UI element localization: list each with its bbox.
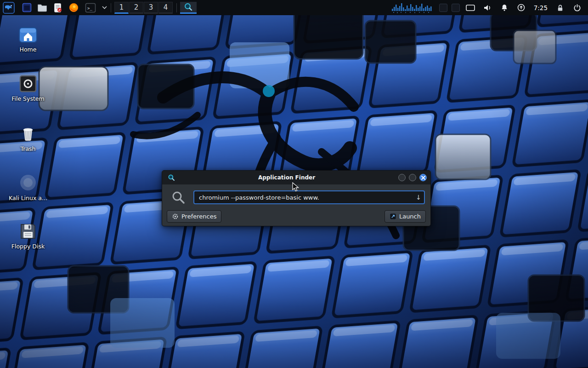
kali-menu-icon [3, 2, 15, 14]
desktop-root: Home File System Trash Kali Linux a [0, 0, 588, 368]
power-icon [573, 4, 581, 12]
close-button[interactable] [419, 174, 427, 181]
application-finder-window: Application Finder ↓ [162, 170, 431, 226]
taskbar-application-finder[interactable] [180, 2, 197, 14]
launcher-terminal[interactable]: >_ [83, 2, 98, 14]
clock[interactable]: 7:25 [532, 4, 549, 12]
volume-indicator[interactable] [481, 2, 494, 14]
kali-docs-icon [19, 173, 37, 192]
finder-search-row: ↓ [162, 190, 430, 204]
close-icon [421, 176, 425, 180]
folder-icon [37, 3, 47, 12]
drive-icon [19, 75, 37, 92]
finder-button-row: Preferences Launch [162, 210, 430, 223]
terminal-dropdown-button[interactable] [101, 2, 107, 14]
desktop-icon-file-system[interactable]: File System [3, 75, 53, 102]
notifications-indicator[interactable] [498, 2, 511, 14]
workspace-button-2[interactable]: 2 [129, 2, 143, 14]
launch-button[interactable]: Launch [384, 210, 426, 223]
trash-icon [19, 124, 37, 143]
terminal-icon: >_ [85, 3, 96, 13]
gear-icon [172, 213, 179, 220]
panel-separator [111, 3, 111, 12]
audio-spectrum-widget [391, 2, 435, 14]
launcher-file-manager[interactable] [36, 2, 49, 14]
refresh-circle-icon [517, 4, 525, 12]
panel-separator [176, 3, 177, 12]
window-controls [398, 174, 427, 181]
desktop-icon-label: Home [3, 46, 53, 53]
launch-icon [390, 213, 396, 220]
screen-lock-indicator[interactable] [554, 2, 566, 14]
workspace-button-1[interactable]: 1 [114, 2, 129, 14]
desktop-icon-label: Kali Linux a... [3, 195, 53, 201]
command-input[interactable] [193, 190, 425, 204]
speaker-icon [483, 4, 492, 12]
preferences-button[interactable]: Preferences [167, 210, 221, 223]
command-input-wrap: ↓ [193, 190, 425, 204]
launcher-window[interactable] [20, 2, 33, 14]
maximize-button[interactable] [409, 174, 416, 181]
workspace-switcher: 1 2 3 4 [114, 0, 173, 15]
top-panel: >_ 1 2 3 4 [0, 0, 588, 15]
launch-label: Launch [399, 213, 421, 220]
tray-icon-2[interactable] [452, 4, 460, 12]
display-icon [466, 4, 475, 12]
desktop-icon-floppy-disk[interactable]: Floppy Disk [3, 223, 53, 250]
display-settings-indicator[interactable] [464, 2, 477, 14]
desktop-icon-trash[interactable]: Trash [3, 124, 53, 152]
desktop-icon-label: Floppy Disk [3, 243, 53, 250]
desktop-icon-kali-docs[interactable]: Kali Linux a... [3, 173, 53, 201]
updates-indicator[interactable] [515, 2, 528, 14]
home-icon [18, 27, 38, 43]
desktop-icon-label: Trash [3, 145, 53, 152]
launcher-firefox[interactable] [67, 2, 80, 14]
workspace-button-4[interactable]: 4 [158, 2, 173, 14]
chevron-down-icon [102, 6, 107, 9]
logout-button[interactable] [571, 2, 583, 14]
terminal-glyph: >_ [87, 6, 92, 10]
applications-menu-button[interactable] [2, 1, 16, 14]
launcher-text-editor[interactable] [51, 2, 64, 14]
firefox-icon [69, 3, 79, 12]
window-title: Application Finder [175, 174, 398, 181]
dropdown-arrow-icon[interactable]: ↓ [416, 194, 421, 201]
floppy-icon [19, 223, 37, 240]
minimize-button[interactable] [398, 174, 406, 181]
finder-titlebar[interactable]: Application Finder [162, 171, 430, 184]
desktop-icon-label: File System [3, 95, 53, 102]
appfinder-task-icon [184, 2, 193, 12]
workspace-button-3[interactable]: 3 [144, 2, 158, 14]
appfinder-window-icon[interactable] [168, 174, 175, 181]
window-app-icon [22, 3, 32, 12]
bell-icon [501, 4, 508, 12]
search-icon [171, 190, 185, 204]
desktop-icon-home[interactable]: Home [3, 27, 53, 53]
tray-icon-1[interactable] [439, 4, 447, 12]
preferences-label: Preferences [181, 213, 216, 220]
text-editor-icon [53, 3, 62, 13]
lock-icon [557, 4, 564, 12]
